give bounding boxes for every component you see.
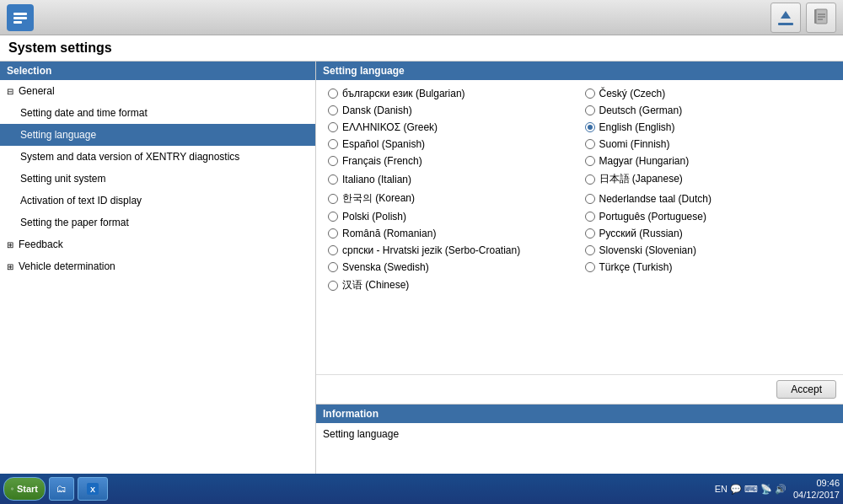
- left-panel-header-text: Selection: [7, 65, 51, 77]
- clock-date: 04/12/2017: [793, 489, 840, 501]
- tray-icon-3: 📡: [760, 484, 772, 495]
- lang-label-ro: Română (Romanian): [342, 228, 436, 239]
- radio-cs: [585, 88, 595, 99]
- lang-label-ko: 한국의 (Korean): [342, 191, 415, 206]
- tree-item-xentry-version[interactable]: System and data version of XENTRY diagno…: [0, 146, 315, 168]
- tree-item-vehicle[interactable]: ⊞Vehicle determination: [0, 255, 315, 277]
- tree-item-label: Feedback: [19, 239, 63, 250]
- tree-item-label: Setting unit system: [20, 173, 105, 185]
- lang-option-bg[interactable]: български език (Bulgarian): [323, 85, 580, 102]
- lang-option-hu[interactable]: Magyar (Hungarian): [580, 153, 837, 169]
- tree-item-label: Vehicle determination: [19, 260, 115, 272]
- tree-container[interactable]: ⊟GeneralSetting date and time formatSett…: [0, 80, 315, 474]
- app-icon: [7, 4, 34, 31]
- tree-item-feedback[interactable]: ⊞Feedback: [0, 233, 315, 255]
- accept-button[interactable]: Accept: [776, 380, 836, 399]
- locale-indicator: EN: [715, 484, 728, 494]
- radio-tr: [585, 262, 595, 272]
- tree-item-general[interactable]: ⊟General: [0, 80, 315, 102]
- doc-button[interactable]: [806, 3, 836, 33]
- lang-label-es: Español (Spanish): [342, 138, 425, 150]
- expand-icon: ⊞: [7, 239, 17, 251]
- lang-option-ja[interactable]: 日本語 (Japanese): [580, 169, 837, 189]
- left-panel-header: Selection: [0, 62, 315, 80]
- lang-label-el: ΕΛΛΗΝΙΚΟΣ (Greek): [342, 121, 438, 133]
- lang-option-ru[interactable]: Русский (Russian): [580, 225, 837, 242]
- taskbar-clock: 09:46 04/12/2017: [793, 477, 840, 501]
- radio-de: [585, 105, 595, 115]
- left-panel: Selection ⊟GeneralSetting date and time …: [0, 62, 316, 474]
- title-text: System settings: [8, 40, 112, 55]
- lang-option-el[interactable]: ΕΛΛΗΝΙΚΟΣ (Greek): [323, 119, 580, 136]
- lang-label-da: Dansk (Danish): [342, 105, 412, 116]
- lang-label-nl: Nederlandse taal (Dutch): [599, 193, 711, 205]
- radio-pt: [585, 212, 595, 222]
- top-bar-right: [771, 3, 836, 33]
- start-button[interactable]: Start: [3, 477, 46, 501]
- taskbar-app-xentry[interactable]: X: [78, 477, 108, 501]
- tree-item-label: Setting language: [20, 129, 96, 141]
- tray-icon-1: 💬: [730, 484, 742, 495]
- lang-option-pl[interactable]: Polski (Polish): [323, 208, 580, 225]
- lang-option-ro[interactable]: Română (Romanian): [323, 225, 580, 242]
- radio-bg: [328, 88, 338, 99]
- lang-option-ko[interactable]: 한국의 (Korean): [323, 189, 580, 208]
- lang-option-sv[interactable]: Svenska (Swedish): [323, 259, 580, 276]
- lang-label-ja: 日本語 (Japanese): [599, 172, 683, 186]
- lang-option-sl[interactable]: Slovenski (Slovenian): [580, 242, 837, 259]
- page-title: System settings: [0, 35, 843, 62]
- tree-item-date-time[interactable]: Setting date and time format: [0, 102, 315, 124]
- lang-label-zh: 汉语 (Chinese): [342, 278, 409, 292]
- upload-button[interactable]: [771, 3, 801, 33]
- lang-option-en[interactable]: English (English): [580, 119, 837, 136]
- info-content-text: Setting language: [323, 428, 399, 440]
- clock-time: 09:46: [793, 477, 840, 489]
- lang-label-de: Deutsch (German): [599, 105, 683, 116]
- radio-hu: [585, 156, 595, 166]
- tree-item-unit-system[interactable]: Setting unit system: [0, 168, 315, 190]
- lang-label-sl: Slovenski (Slovenian): [599, 244, 696, 256]
- accept-area: Accept: [316, 374, 843, 404]
- svg-rect-3: [778, 23, 793, 25]
- taskbar-app-files[interactable]: 🗂: [49, 477, 74, 501]
- lang-label-sr: српски - Hrvatski jezik (Serbo-Croatian): [342, 244, 520, 256]
- lang-label-en: English (English): [599, 121, 675, 133]
- radio-es: [328, 139, 338, 149]
- svg-rect-1: [13, 17, 27, 19]
- lang-option-fi[interactable]: Suomi (Finnish): [580, 136, 837, 153]
- radio-ko: [328, 194, 338, 204]
- lang-option-de[interactable]: Deutsch (German): [580, 102, 837, 119]
- tree-item-label: Setting date and time format: [20, 107, 148, 119]
- tray-icon-4: 🔊: [775, 484, 787, 495]
- radio-fi: [585, 139, 595, 149]
- lang-option-zh[interactable]: 汉语 (Chinese): [323, 276, 580, 295]
- main-content: Selection ⊟GeneralSetting date and time …: [0, 62, 843, 474]
- lang-option-cs[interactable]: Český (Czech): [580, 85, 837, 102]
- radio-sr: [328, 245, 338, 255]
- tree-item-label: Activation of text ID display: [20, 195, 142, 206]
- taskbar: Start 🗂 X EN 💬 ⌨ 📡 🔊 09:46 04/12/2017: [0, 474, 843, 504]
- lang-option-tr[interactable]: Türkçe (Turkish): [580, 259, 837, 276]
- tree-item-text-id[interactable]: Activation of text ID display: [0, 190, 315, 212]
- lang-option-pt[interactable]: Português (Portuguese): [580, 208, 837, 225]
- radio-en: [585, 122, 595, 132]
- lang-option-it[interactable]: Italiano (Italian): [323, 169, 580, 189]
- start-label: Start: [17, 484, 38, 494]
- lang-option-nl[interactable]: Nederlandse taal (Dutch): [580, 189, 837, 208]
- lang-label-hu: Magyar (Hungarian): [599, 155, 690, 167]
- tree-item-paper-format[interactable]: Setting the paper format: [0, 212, 315, 233]
- lang-option-fr[interactable]: Français (French): [323, 153, 580, 169]
- svg-text:X: X: [90, 485, 95, 494]
- lang-option-sr[interactable]: српски - Hrvatski jezik (Serbo-Croatian): [323, 242, 580, 259]
- radio-fr: [328, 156, 338, 166]
- files-icon: 🗂: [56, 483, 67, 495]
- radio-it: [328, 174, 338, 185]
- tree-item-language[interactable]: Setting language: [0, 124, 315, 146]
- lang-label-sv: Svenska (Swedish): [342, 261, 429, 273]
- radio-sl: [585, 245, 595, 255]
- expand-icon: ⊟: [7, 85, 17, 98]
- lang-option-da[interactable]: Dansk (Danish): [323, 102, 580, 119]
- right-panel-header-text: Setting language: [323, 65, 405, 77]
- lang-option-es[interactable]: Español (Spanish): [323, 136, 580, 153]
- tree-item-label: System and data version of XENTRY diagno…: [20, 151, 239, 163]
